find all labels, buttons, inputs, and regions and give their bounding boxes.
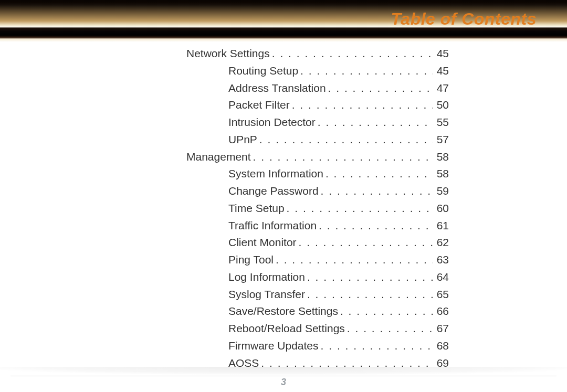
toc-item: Save/Restore Settings . . . . . . . . . … <box>186 303 449 320</box>
toc-leader-dots: . . . . . . . . . . . . . . . . . . . . … <box>323 165 433 183</box>
toc-leader-dots: . . . . . . . . . . . . . . . . . . . . … <box>297 234 433 251</box>
toc-item: Traffic Information . . . . . . . . . . … <box>186 217 449 235</box>
toc-item: System Information . . . . . . . . . . .… <box>186 165 449 183</box>
toc-leader-dots: . . . . . . . . . . . . . . . . . . . . … <box>285 200 433 217</box>
toc-leader-dots: . . . . . . . . . . . . . . . . . . . . … <box>345 320 433 337</box>
toc-item: Address Translation . . . . . . . . . . … <box>186 80 449 97</box>
toc-item: Log Information . . . . . . . . . . . . … <box>186 269 449 286</box>
toc-item: Syslog Transfer . . . . . . . . . . . . … <box>186 286 449 303</box>
toc-item-page: 68 <box>433 337 449 355</box>
toc-item-title: Address Translation <box>228 80 326 97</box>
toc-item: Packet Filter . . . . . . . . . . . . . … <box>186 97 449 114</box>
toc-item-title: Intrusion Detector <box>228 114 316 131</box>
toc-leader-dots: . . . . . . . . . . . . . . . . . . . . … <box>298 62 433 80</box>
toc-item: Firmware Updates . . . . . . . . . . . .… <box>186 337 449 355</box>
toc-item-title: Change Password <box>228 183 319 200</box>
toc-leader-dots: . . . . . . . . . . . . . . . . . . . . … <box>319 337 433 355</box>
toc-item-page: 62 <box>433 234 449 251</box>
toc-leader-dots: . . . . . . . . . . . . . . . . . . . . … <box>317 217 433 235</box>
toc-leader-dots: . . . . . . . . . . . . . . . . . . . . … <box>326 80 433 97</box>
toc-section-title: Network Settings <box>186 45 270 62</box>
toc-leader-dots: . . . . . . . . . . . . . . . . . . . . … <box>319 183 433 200</box>
toc-item-title: Ping Tool <box>228 251 274 269</box>
toc-item-page: 57 <box>433 131 449 149</box>
toc-item-title: Reboot/Reload Settings <box>228 320 345 337</box>
toc-item-title: Packet Filter <box>228 97 290 114</box>
toc-section-page: 58 <box>433 149 449 166</box>
toc-item-page: 60 <box>433 200 449 217</box>
table-of-contents: Network Settings . . . . . . . . . . . .… <box>186 45 449 372</box>
toc-item: Routing Setup . . . . . . . . . . . . . … <box>186 62 449 80</box>
toc-item-title: Time Setup <box>228 200 285 217</box>
toc-section-title: Management <box>186 149 251 166</box>
toc-item: Change Password . . . . . . . . . . . . … <box>186 183 449 200</box>
toc-section: Management . . . . . . . . . . . . . . .… <box>186 149 449 166</box>
toc-item-page: 47 <box>433 80 449 97</box>
toc-item-title: Firmware Updates <box>228 337 319 355</box>
toc-item-page: 55 <box>433 114 449 131</box>
toc-item-page: 59 <box>433 183 449 200</box>
toc-leader-dots: . . . . . . . . . . . . . . . . . . . . … <box>305 269 433 286</box>
content-area: Network Settings . . . . . . . . . . . .… <box>0 45 567 392</box>
toc-item-page: 66 <box>433 303 449 320</box>
toc-item-title: Save/Restore Settings <box>228 303 338 320</box>
toc-item-page: 45 <box>433 62 449 80</box>
toc-item-page: 63 <box>433 251 449 269</box>
toc-leader-dots: . . . . . . . . . . . . . . . . . . . . … <box>257 131 433 149</box>
toc-leader-dots: . . . . . . . . . . . . . . . . . . . . … <box>338 303 433 320</box>
toc-item: Intrusion Detector . . . . . . . . . . .… <box>186 114 449 131</box>
toc-item-title: Traffic Information <box>228 217 317 235</box>
toc-leader-dots: . . . . . . . . . . . . . . . . . . . . … <box>270 45 433 62</box>
toc-item-page: 64 <box>433 269 449 286</box>
toc-section: Network Settings . . . . . . . . . . . .… <box>186 45 449 62</box>
toc-leader-dots: . . . . . . . . . . . . . . . . . . . . … <box>305 286 433 303</box>
toc-section-page: 45 <box>433 45 449 62</box>
page-title: Table of Contents <box>391 9 537 29</box>
toc-leader-dots: . . . . . . . . . . . . . . . . . . . . … <box>316 114 433 131</box>
page-number: 3 <box>281 377 286 388</box>
toc-item-title: Log Information <box>228 269 305 286</box>
toc-item-title: Client Monitor <box>228 234 297 251</box>
toc-item: Client Monitor . . . . . . . . . . . . .… <box>186 234 449 251</box>
toc-item-title: System Information <box>228 165 323 183</box>
toc-item-page: 65 <box>433 286 449 303</box>
toc-leader-dots: . . . . . . . . . . . . . . . . . . . . … <box>251 149 433 166</box>
page-container: Table of Contents Network Settings . . .… <box>0 0 567 392</box>
toc-item: Reboot/Reload Settings . . . . . . . . .… <box>186 320 449 337</box>
toc-item-page: 67 <box>433 320 449 337</box>
toc-item: Time Setup . . . . . . . . . . . . . . .… <box>186 200 449 217</box>
toc-item: UPnP . . . . . . . . . . . . . . . . . .… <box>186 131 449 149</box>
toc-item-title: Routing Setup <box>228 62 298 80</box>
toc-leader-dots: . . . . . . . . . . . . . . . . . . . . … <box>274 251 433 269</box>
toc-item-title: UPnP <box>228 131 257 149</box>
toc-item-page: 58 <box>433 165 449 183</box>
toc-item-page: 61 <box>433 217 449 235</box>
toc-item-title: Syslog Transfer <box>228 286 305 303</box>
footer-divider <box>10 376 556 376</box>
toc-item-page: 50 <box>433 97 449 114</box>
toc-leader-dots: . . . . . . . . . . . . . . . . . . . . … <box>290 97 433 114</box>
header-band: Table of Contents <box>0 0 567 42</box>
toc-item: Ping Tool . . . . . . . . . . . . . . . … <box>186 251 449 269</box>
